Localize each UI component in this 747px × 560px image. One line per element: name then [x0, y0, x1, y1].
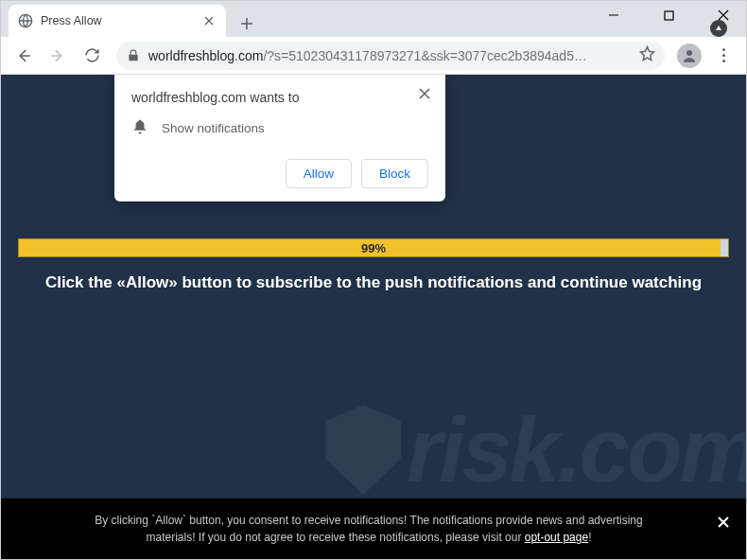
browser-tab[interactable]: Press Allow: [9, 5, 226, 37]
popup-permission-text: Show notifications: [162, 121, 265, 135]
minimize-button[interactable]: [598, 4, 630, 26]
tab-strip: Press Allow: [1, 1, 746, 37]
menu-button[interactable]: [708, 41, 738, 71]
bell-icon: [131, 118, 148, 138]
maximize-button[interactable]: [652, 4, 685, 26]
consent-text-2b: !: [588, 531, 591, 544]
close-icon[interactable]: [201, 13, 217, 28]
globe-icon: [18, 13, 33, 28]
consent-text-2a: materials! If you do not agree to receiv…: [147, 531, 525, 544]
browser-toolbar: worldfreshblog.com/?s=510230431178973271…: [1, 37, 746, 75]
progress-bar: 99%: [18, 238, 729, 257]
notification-permission-popup: worldfreshblog.com wants to Show notific…: [114, 75, 445, 201]
page-content: worldfreshblog.com wants to Show notific…: [1, 75, 746, 559]
progress-percent: 99%: [361, 241, 386, 255]
back-button[interactable]: [9, 41, 39, 71]
address-bar[interactable]: worldfreshblog.com/?s=510230431178973271…: [116, 42, 665, 70]
svg-rect-2: [665, 11, 673, 20]
close-icon[interactable]: [718, 512, 729, 534]
url-text: worldfreshblog.com/?s=510230431178973271…: [148, 48, 632, 63]
profile-button[interactable]: [674, 41, 704, 71]
consent-text-1: By clicking `Allow` button, you consent …: [95, 514, 642, 527]
allow-button[interactable]: Allow: [286, 159, 352, 188]
forward-button[interactable]: [43, 41, 73, 71]
kebab-icon: [722, 48, 725, 62]
watermark: risk.com: [325, 398, 746, 502]
avatar-icon: [677, 44, 702, 68]
bookmark-icon[interactable]: [639, 45, 655, 65]
svg-point-3: [686, 50, 692, 56]
block-button[interactable]: Block: [361, 159, 428, 188]
close-icon[interactable]: [415, 84, 434, 103]
consent-banner: By clicking `Allow` button, you consent …: [1, 499, 746, 559]
opt-out-link[interactable]: opt-out page: [525, 531, 588, 544]
instruction-text: Click the «Allow» button to subscribe to…: [1, 273, 746, 292]
popup-title: worldfreshblog.com wants to: [131, 90, 428, 105]
tab-title: Press Allow: [41, 14, 194, 27]
browser-window: Press Allow: [0, 0, 747, 560]
new-tab-button[interactable]: [234, 10, 260, 37]
reload-button[interactable]: [77, 41, 107, 71]
lock-icon[interactable]: [126, 48, 141, 63]
close-window-button[interactable]: [707, 4, 739, 26]
